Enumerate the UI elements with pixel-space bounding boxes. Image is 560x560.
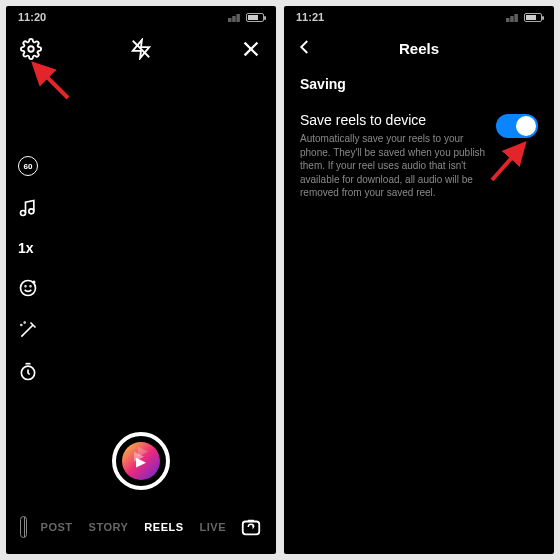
- effects-icon[interactable]: [18, 278, 38, 298]
- flip-camera-icon[interactable]: [240, 516, 262, 538]
- mode-post[interactable]: POST: [41, 521, 73, 533]
- flash-off-icon[interactable]: [130, 38, 152, 60]
- svg-line-6: [34, 64, 68, 98]
- speed-control[interactable]: 1x: [18, 240, 38, 256]
- mode-reels[interactable]: REELS: [144, 521, 183, 533]
- page-title: Reels: [399, 40, 439, 57]
- capture-button[interactable]: [112, 432, 170, 490]
- signal-icon: [506, 12, 520, 22]
- gallery-icon[interactable]: [20, 516, 27, 538]
- settings-screen: 11:21 Reels Saving Save reels to device …: [284, 6, 554, 554]
- status-indicators: [228, 12, 264, 22]
- settings-icon[interactable]: [20, 38, 42, 60]
- section-heading: Saving: [284, 68, 554, 106]
- mode-selector[interactable]: POST STORY REELS LIVE: [41, 521, 226, 533]
- capture-area: [112, 432, 170, 490]
- svg-point-12: [33, 281, 35, 283]
- status-time: 11:21: [296, 11, 324, 23]
- header: Reels: [284, 28, 554, 68]
- camera-screen: 11:20 60 1x POST S: [6, 6, 276, 554]
- svg-point-11: [30, 286, 31, 287]
- setting-text: Save reels to device Automatically save …: [300, 112, 486, 200]
- mode-live[interactable]: LIVE: [200, 521, 226, 533]
- back-icon[interactable]: [296, 38, 314, 59]
- save-reels-toggle[interactable]: [496, 114, 538, 138]
- audio-icon[interactable]: [18, 198, 38, 218]
- annotation-arrow: [28, 58, 78, 112]
- side-toolbar: 60 1x: [18, 156, 38, 382]
- setting-description: Automatically save your reels to your ph…: [300, 132, 486, 200]
- battery-icon: [246, 13, 264, 22]
- svg-point-14: [24, 322, 25, 323]
- svg-point-0: [28, 46, 34, 52]
- status-indicators: [506, 12, 542, 22]
- svg-point-13: [21, 325, 22, 326]
- battery-icon: [524, 13, 542, 22]
- signal-icon: [228, 12, 242, 22]
- status-time: 11:20: [18, 11, 46, 23]
- touch-up-icon[interactable]: [18, 320, 38, 340]
- camera-topbar: [6, 28, 276, 64]
- svg-rect-16: [243, 522, 260, 535]
- duration-icon[interactable]: 60: [18, 156, 38, 176]
- status-bar: 11:20: [6, 6, 276, 28]
- timer-icon[interactable]: [18, 362, 38, 382]
- reel-icon: [122, 442, 160, 480]
- svg-point-8: [29, 209, 34, 214]
- setting-title: Save reels to device: [300, 112, 486, 128]
- save-reels-row: Save reels to device Automatically save …: [284, 106, 554, 206]
- svg-point-10: [25, 286, 26, 287]
- status-bar: 11:21: [284, 6, 554, 28]
- mode-story[interactable]: STORY: [89, 521, 129, 533]
- bottom-bar: POST STORY REELS LIVE: [6, 516, 276, 538]
- svg-point-7: [21, 211, 26, 216]
- close-icon[interactable]: [240, 38, 262, 60]
